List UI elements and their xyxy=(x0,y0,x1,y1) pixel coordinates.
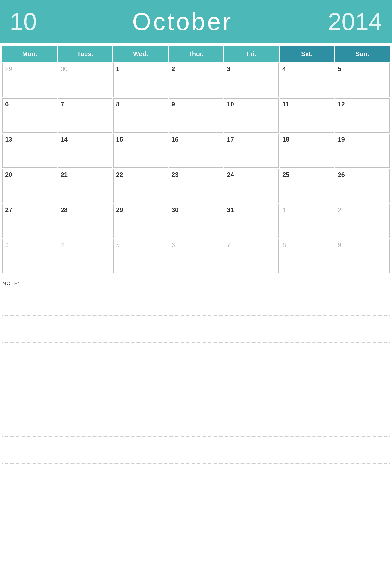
notes-line[interactable] xyxy=(2,289,390,302)
cell-day-number: 25 xyxy=(282,171,289,178)
cell-day-number: 18 xyxy=(282,136,289,143)
month-name: October xyxy=(132,8,233,36)
calendar-cell[interactable]: 13 xyxy=(2,134,57,168)
calendar-cell[interactable]: 3 xyxy=(224,63,279,97)
calendar-cell[interactable]: 31 xyxy=(224,204,279,238)
day-headers: Mon.Tues.Wed.Thur.Fri.Sat.Sun. xyxy=(2,46,390,62)
cell-day-number: 4 xyxy=(282,65,286,73)
cell-day-number: 24 xyxy=(227,171,234,178)
calendar-cell[interactable]: 26 xyxy=(335,169,390,203)
cell-day-number: 6 xyxy=(171,241,175,249)
calendar-cell[interactable]: 12 xyxy=(335,98,390,133)
day-header-mon: Mon. xyxy=(2,46,57,62)
calendar-cell[interactable]: 1 xyxy=(113,63,168,97)
notes-line[interactable] xyxy=(2,450,390,463)
calendar-cell[interactable]: 27 xyxy=(2,204,57,238)
cell-day-number: 19 xyxy=(338,136,345,143)
cell-day-number: 5 xyxy=(116,241,119,249)
cell-day-number: 21 xyxy=(61,171,68,178)
calendar-cell[interactable]: 5 xyxy=(335,63,390,97)
calendar-cell[interactable]: 30 xyxy=(169,204,223,238)
calendar-cell[interactable]: 9 xyxy=(335,239,390,273)
cell-day-number: 2 xyxy=(338,206,341,213)
calendar-cell[interactable]: 30 xyxy=(58,63,112,97)
cell-day-number: 30 xyxy=(171,206,179,213)
calendar-cell[interactable]: 14 xyxy=(58,134,112,168)
cell-day-number: 15 xyxy=(116,136,123,143)
notes-line[interactable] xyxy=(2,437,390,450)
calendar-cell[interactable]: 2 xyxy=(335,204,390,238)
calendar-week-2: 6789101112 xyxy=(2,98,390,133)
cell-day-number: 10 xyxy=(227,101,234,108)
calendar-week-1: 293012345 xyxy=(2,63,390,97)
calendar-cell[interactable]: 6 xyxy=(169,239,223,273)
calendar-cell[interactable]: 2 xyxy=(169,63,223,97)
cell-day-number: 28 xyxy=(61,206,68,213)
cell-day-number: 26 xyxy=(338,171,345,178)
cell-day-number: 27 xyxy=(5,206,12,213)
cell-day-number: 12 xyxy=(338,101,345,108)
notes-line[interactable] xyxy=(2,463,390,477)
calendar-week-5: 272829303112 xyxy=(2,204,390,238)
calendar-cell[interactable]: 9 xyxy=(169,98,223,133)
cell-day-number: 30 xyxy=(61,65,68,73)
cell-day-number: 11 xyxy=(282,101,289,108)
notes-line[interactable] xyxy=(2,396,390,410)
day-header-wed: Wed. xyxy=(113,46,168,62)
calendar-cell[interactable]: 8 xyxy=(113,98,168,133)
notes-line[interactable] xyxy=(2,370,390,383)
calendar-cell[interactable]: 15 xyxy=(113,134,168,168)
calendar-cell[interactable]: 18 xyxy=(280,134,334,168)
cell-day-number: 1 xyxy=(116,65,119,73)
cell-day-number: 9 xyxy=(338,241,341,249)
calendar-cell[interactable]: 29 xyxy=(2,63,57,97)
calendar-header: 10 October 2014 xyxy=(0,0,392,43)
calendar-cell[interactable]: 1 xyxy=(280,204,334,238)
calendar-cell[interactable]: 29 xyxy=(113,204,168,238)
cell-day-number: 23 xyxy=(171,171,179,178)
notes-line[interactable] xyxy=(2,423,390,437)
notes-section: NOTE: xyxy=(0,273,392,479)
calendar-cell[interactable]: 8 xyxy=(280,239,334,273)
cell-day-number: 29 xyxy=(5,65,12,73)
cell-day-number: 16 xyxy=(171,136,179,143)
day-header-sat: Sat. xyxy=(280,46,334,62)
calendar-cell[interactable]: 10 xyxy=(224,98,279,133)
cell-day-number: 4 xyxy=(61,241,64,249)
cell-day-number: 2 xyxy=(171,65,175,73)
calendar-cell[interactable]: 7 xyxy=(58,98,112,133)
calendar-week-4: 20212223242526 xyxy=(2,169,390,203)
calendar-grid: Mon.Tues.Wed.Thur.Fri.Sat.Sun. 293012345… xyxy=(0,43,392,273)
calendar-cell[interactable]: 4 xyxy=(58,239,112,273)
notes-line[interactable] xyxy=(2,343,390,356)
cell-day-number: 22 xyxy=(116,171,123,178)
calendar-cell[interactable]: 7 xyxy=(224,239,279,273)
calendar-cell[interactable]: 28 xyxy=(58,204,112,238)
calendar-cell[interactable]: 25 xyxy=(280,169,334,203)
calendar-cell[interactable]: 22 xyxy=(113,169,168,203)
calendar-cell[interactable]: 3 xyxy=(2,239,57,273)
notes-line[interactable] xyxy=(2,316,390,329)
notes-line[interactable] xyxy=(2,410,390,423)
calendar-cell[interactable]: 11 xyxy=(280,98,334,133)
calendar-cell[interactable]: 24 xyxy=(224,169,279,203)
calendar-cell[interactable]: 21 xyxy=(58,169,112,203)
notes-label: NOTE: xyxy=(2,281,390,286)
cell-day-number: 9 xyxy=(171,101,175,108)
calendar-cell[interactable]: 4 xyxy=(280,63,334,97)
calendar-cell[interactable]: 20 xyxy=(2,169,57,203)
notes-line[interactable] xyxy=(2,383,390,396)
day-header-fri: Fri. xyxy=(224,46,279,62)
notes-line[interactable] xyxy=(2,356,390,370)
cell-day-number: 14 xyxy=(61,136,68,143)
calendar-cell[interactable]: 6 xyxy=(2,98,57,133)
calendar-cell[interactable]: 5 xyxy=(113,239,168,273)
calendar-cell[interactable]: 17 xyxy=(224,134,279,168)
notes-line[interactable] xyxy=(2,329,390,343)
calendar-cell[interactable]: 16 xyxy=(169,134,223,168)
calendar-cell[interactable]: 23 xyxy=(169,169,223,203)
calendar-cell[interactable]: 19 xyxy=(335,134,390,168)
notes-line[interactable] xyxy=(2,302,390,316)
cell-day-number: 17 xyxy=(227,136,234,143)
cell-day-number: 7 xyxy=(227,241,230,249)
